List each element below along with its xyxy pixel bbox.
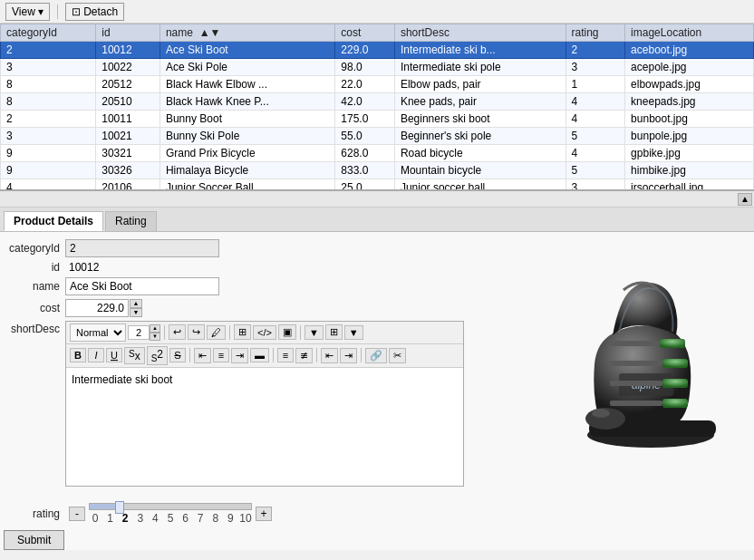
strikethrough-button[interactable]: S <box>169 348 186 362</box>
cost-decrement-button[interactable]: ▼ <box>130 308 142 317</box>
indent-out-button[interactable]: ⇤ <box>321 348 338 363</box>
align-right-button[interactable]: ⇥ <box>231 348 248 363</box>
categoryid-input[interactable] <box>65 239 219 257</box>
table-cell-rating: 1 <box>566 76 625 93</box>
rating-minus-button[interactable]: - <box>69 507 85 521</box>
svg-rect-7 <box>662 399 688 408</box>
fontsize-input[interactable] <box>128 325 150 340</box>
col-header-categoryid[interactable]: categoryId <box>1 24 96 42</box>
table-cell-name: Ace Ski Pole <box>160 59 334 76</box>
rating-slider-wrap: 0 1 2 3 4 5 6 7 8 9 10 <box>89 503 252 525</box>
tab-bar: Product Details Rating <box>0 208 754 232</box>
table-row[interactable]: 820510Black Hawk Knee P...42.0Knee pads,… <box>1 93 754 111</box>
indent-in-button[interactable]: ⇥ <box>340 348 357 363</box>
underline-button[interactable]: U <box>106 348 122 362</box>
table-cell-rating: 5 <box>566 128 625 145</box>
col-header-name[interactable]: name ▲▼ <box>160 24 334 42</box>
svg-rect-6 <box>662 379 688 388</box>
col-header-cost[interactable]: cost <box>335 24 395 42</box>
editor-toolbar1: Normal ▲ ▼ ↩ ↪ 🖊 <box>66 322 463 344</box>
svg-rect-5 <box>662 359 688 368</box>
undo-button[interactable]: ↩ <box>169 324 186 340</box>
detach-icon: ⊡ <box>72 5 81 18</box>
rating-row: rating - 0 1 2 3 4 5 6 7 8 9 10 + <box>4 503 750 525</box>
table-row[interactable]: 310021Bunny Ski Pole55.0Beginner's ski p… <box>1 128 754 145</box>
format-select[interactable]: Normal <box>70 323 126 342</box>
dropdown1-button[interactable]: ▼ <box>304 325 324 340</box>
tab-product-details[interactable]: Product Details <box>4 211 103 231</box>
main-toolbar: View ▾ ⊡ Detach <box>0 0 754 24</box>
cost-input[interactable] <box>65 299 129 317</box>
align-center-button[interactable]: ≡ <box>213 348 229 362</box>
table-row[interactable]: 310022Ace Ski Pole98.0Intermediate ski p… <box>1 59 754 76</box>
rating-label: rating <box>4 507 65 520</box>
table-cell-id: 20510 <box>96 93 160 111</box>
data-table-container[interactable]: categoryId id name ▲▼ cost shortDesc rat… <box>0 24 754 191</box>
table-row[interactable]: 210011Bunny Boot175.0Beginners ski boot4… <box>1 111 754 128</box>
form-row-categoryid: categoryId <box>4 239 515 257</box>
table-cell-name: Black Hawk Elbow ... <box>160 76 334 93</box>
cost-increment-button[interactable]: ▲ <box>130 299 142 308</box>
table-cell-name: Bunny Boot <box>160 111 334 128</box>
table-row[interactable]: 420106Junior Soccer Ball25.0Junior socce… <box>1 179 754 192</box>
tab-rating[interactable]: Rating <box>105 211 157 231</box>
cost-spinner-buttons: ▲ ▼ <box>130 299 142 317</box>
align-left-button[interactable]: ⇤ <box>194 348 211 363</box>
table-cell-name: Junior Soccer Ball <box>160 179 334 192</box>
sup-button[interactable]: S2 <box>147 346 168 365</box>
tick-6: 6 <box>179 512 192 525</box>
scroll-up-button[interactable]: ▲ <box>738 193 752 206</box>
data-table: categoryId id name ▲▼ cost shortDesc rat… <box>0 24 754 191</box>
unlink-button[interactable]: ✂ <box>389 348 406 363</box>
fontsize-decrement[interactable]: ▼ <box>150 333 160 341</box>
svg-rect-4 <box>660 339 685 348</box>
rating-plus-button[interactable]: + <box>256 507 272 521</box>
bold-button[interactable]: B <box>70 348 86 362</box>
detach-label: Detach <box>83 5 118 18</box>
table-row[interactable]: 930321Grand Prix Bicycle628.0Road bicycl… <box>1 145 754 162</box>
table-cell-shortdesc: Intermediate ski pole <box>394 59 566 76</box>
table-cell-categoryid: 3 <box>1 59 96 76</box>
redo-button[interactable]: ↪ <box>188 324 205 340</box>
link-button[interactable]: 🔗 <box>365 348 387 363</box>
grid-button[interactable]: ⊞ <box>325 324 343 340</box>
image-button[interactable]: ▣ <box>278 324 296 340</box>
table-header-row: categoryId id name ▲▼ cost shortDesc rat… <box>1 24 754 42</box>
italic-button[interactable]: I <box>88 348 104 362</box>
table-cell-cost: 98.0 <box>335 59 395 76</box>
dropdown2-button[interactable]: ▼ <box>344 325 363 340</box>
list-ol-button[interactable]: ≢ <box>295 348 313 363</box>
editor-content[interactable]: Intermediate ski boot <box>66 368 463 486</box>
table-cell-cost: 55.0 <box>335 128 395 145</box>
table-cell-shortdesc: Road bicycle <box>394 145 566 162</box>
categoryid-label: categoryId <box>4 242 65 255</box>
view-label: View ▾ <box>12 5 44 18</box>
tick-5: 5 <box>164 512 177 525</box>
col-header-shortdesc[interactable]: shortDesc <box>394 24 566 42</box>
sub-button[interactable]: Sx <box>124 347 145 364</box>
table-cell-shortdesc: Intermediate ski b... <box>394 42 566 59</box>
fontsize-increment[interactable]: ▲ <box>150 324 160 333</box>
table-row[interactable]: 820512Black Hawk Elbow ...22.0Elbow pads… <box>1 76 754 93</box>
highlight-button[interactable]: 🖊 <box>207 325 226 340</box>
col-header-rating[interactable]: rating <box>566 24 625 42</box>
table-row[interactable]: 210012Ace Ski Boot229.0Intermediate ski … <box>1 42 754 59</box>
view-button[interactable]: View ▾ <box>5 3 50 21</box>
table-cell-imagelocation: kneepads.jpg <box>625 93 754 111</box>
detach-button[interactable]: ⊡ Detach <box>65 3 124 21</box>
list-ul-button[interactable]: ≡ <box>277 348 294 362</box>
submit-button[interactable]: Submit <box>4 530 64 550</box>
table-cell-rating: 2 <box>566 42 625 59</box>
code-button[interactable]: </> <box>253 325 276 340</box>
tick-10: 10 <box>239 512 252 525</box>
table-cell-categoryid: 4 <box>1 179 96 192</box>
col-header-id[interactable]: id <box>96 24 160 42</box>
table-row[interactable]: 930326Himalaya Bicycle833.0Mountain bicy… <box>1 162 754 179</box>
table-button[interactable]: ⊞ <box>234 324 251 340</box>
form-left: categoryId id 10012 name cost ▲ <box>4 239 515 490</box>
name-input[interactable] <box>65 277 219 295</box>
rating-slider-track[interactable] <box>89 503 252 510</box>
col-header-imagelocation[interactable]: imageLocation <box>625 24 754 42</box>
align-justify-button[interactable]: ▬ <box>250 348 269 362</box>
table-cell-imagelocation: bunpole.jpg <box>625 128 754 145</box>
